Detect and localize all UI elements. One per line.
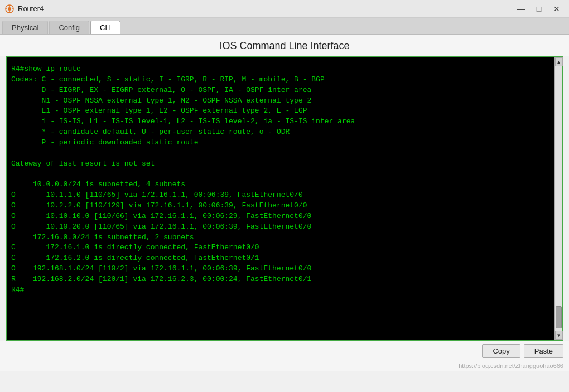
scroll-up-arrow[interactable]: ▲	[555, 57, 563, 66]
minimize-button[interactable]: —	[513, 3, 529, 15]
copy-button[interactable]: Copy	[482, 344, 520, 358]
scroll-down-arrow[interactable]: ▼	[555, 331, 563, 340]
scrollbar[interactable]: ▲ ▼	[554, 57, 562, 340]
button-bar: Copy Paste	[0, 341, 569, 361]
svg-point-1	[8, 7, 11, 11]
router-icon	[4, 4, 15, 14]
cli-wrapper: R4#show ip route Codes: C - connected, S…	[6, 56, 563, 341]
paste-button[interactable]: Paste	[524, 344, 563, 358]
tab-cli[interactable]: CLI	[90, 21, 120, 34]
scroll-track[interactable]	[555, 66, 562, 331]
maximize-button[interactable]: □	[531, 3, 547, 15]
cli-content[interactable]: R4#show ip route Codes: C - connected, S…	[7, 57, 554, 340]
window-title: Router4	[18, 4, 44, 13]
tab-physical[interactable]: Physical	[2, 21, 48, 34]
scroll-thumb[interactable]	[556, 306, 562, 328]
page-title: IOS Command Line Interface	[0, 35, 569, 56]
window-controls: — □ ✕	[513, 3, 565, 15]
tab-bar: Physical Config CLI	[0, 18, 569, 35]
title-bar: Router4 — □ ✕	[0, 0, 569, 18]
tab-config[interactable]: Config	[49, 21, 89, 34]
close-button[interactable]: ✕	[549, 3, 565, 15]
cli-output: R4#show ip route Codes: C - connected, S…	[11, 64, 550, 296]
watermark: https://blog.csdn.net/Zhangguohao666	[0, 361, 569, 371]
title-bar-left: Router4	[4, 4, 44, 14]
